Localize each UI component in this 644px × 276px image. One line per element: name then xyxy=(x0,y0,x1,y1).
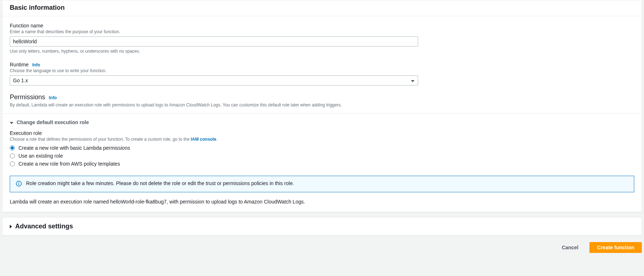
runtime-hint: Choose the language to use to write your… xyxy=(10,68,634,73)
permissions-section: Permissions Info By default, Lambda will… xyxy=(10,93,634,108)
runtime-select-value: Go 1.x xyxy=(13,78,28,83)
radio-option-create-from-templates[interactable]: Create a new role from AWS policy templa… xyxy=(10,160,634,168)
runtime-select[interactable]: Go 1.x xyxy=(10,75,418,86)
create-function-button[interactable]: Create function xyxy=(589,242,642,253)
function-name-hint: Enter a name that describes the purpose … xyxy=(10,29,634,34)
svg-point-1 xyxy=(18,182,19,183)
advanced-settings-panel: Advanced settings xyxy=(2,217,642,236)
change-execution-role-expander[interactable]: Change default execution role xyxy=(10,119,634,125)
radio-option-create-new-basic[interactable]: Create a new role with basic Lambda perm… xyxy=(10,144,634,152)
panel-title: Basic information xyxy=(10,4,634,12)
radio-use-existing[interactable] xyxy=(10,153,15,158)
permissions-heading: Permissions xyxy=(10,93,45,101)
runtime-info-link[interactable]: Info xyxy=(32,62,40,67)
radio-create-from-templates[interactable] xyxy=(10,161,15,166)
svg-rect-2 xyxy=(18,183,19,185)
radio-option-use-existing[interactable]: Use an existing role xyxy=(10,152,634,160)
runtime-field-group: Runtime Info Choose the language to use … xyxy=(10,62,634,86)
info-icon xyxy=(16,181,22,188)
panel-header: Basic information xyxy=(3,0,641,16)
function-name-input[interactable] xyxy=(10,36,418,47)
cancel-button[interactable]: Cancel xyxy=(554,242,586,253)
divider xyxy=(3,113,641,114)
function-name-field-group: Function name Enter a name that describe… xyxy=(10,23,634,54)
permissions-info-link[interactable]: Info xyxy=(49,95,57,100)
role-creation-info-box: Role creation might take a few minutes. … xyxy=(10,176,634,192)
advanced-settings-expander[interactable]: Advanced settings xyxy=(10,223,634,230)
advanced-settings-title: Advanced settings xyxy=(15,223,73,230)
caret-right-icon xyxy=(10,224,12,229)
permissions-hint: By default, Lambda will create an execut… xyxy=(10,102,634,108)
function-name-label: Function name xyxy=(10,23,634,29)
role-summary-text: Lambda will create an execution role nam… xyxy=(10,199,634,205)
change-execution-role-label: Change default execution role xyxy=(17,119,89,125)
execution-role-hint: Choose a role that defines the permissio… xyxy=(10,137,634,142)
caret-down-icon xyxy=(10,119,13,125)
radio-create-new-basic[interactable] xyxy=(10,145,15,150)
execution-role-group: Execution role Choose a role that define… xyxy=(10,130,634,205)
footer-actions: Cancel Create function xyxy=(0,236,644,259)
iam-console-link[interactable]: IAM console xyxy=(191,137,216,142)
basic-information-panel: Basic information Function name Enter a … xyxy=(2,0,642,212)
runtime-label: Runtime xyxy=(10,62,29,67)
function-name-constraint: Use only letters, numbers, hyphens, or u… xyxy=(10,49,634,54)
execution-role-label: Execution role xyxy=(10,130,634,136)
info-box-text: Role creation might take a few minutes. … xyxy=(26,180,294,186)
